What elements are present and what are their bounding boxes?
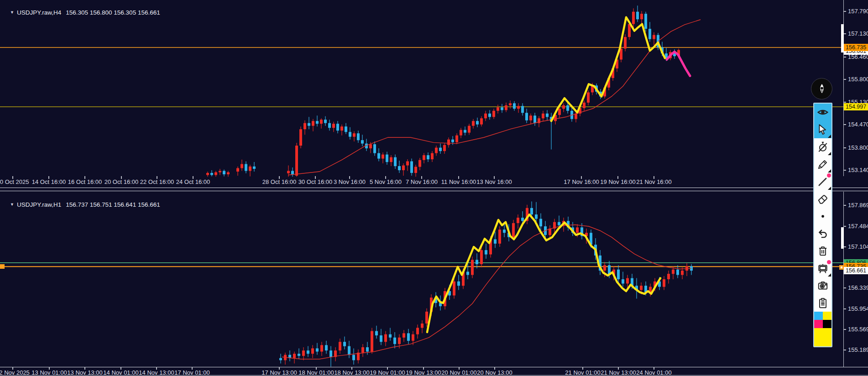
clipboard-icon — [817, 297, 829, 309]
h4-ohlc-values: 156.305 156.800 156.305 156.661 — [66, 9, 160, 16]
dropdown-corner-icon — [828, 187, 831, 190]
dot-size[interactable] — [814, 208, 831, 225]
h1-ohlc-values: 156.737 156.751 156.641 156.661 — [66, 201, 160, 208]
price-tick — [843, 11, 846, 12]
price-tick — [843, 170, 846, 171]
time-tick-label: 21 Nov 16:00 — [636, 178, 671, 185]
price-tick — [843, 287, 846, 288]
price-tick-label: 154.470 — [848, 121, 868, 128]
line-tool[interactable] — [814, 173, 831, 190]
price-tick — [843, 350, 846, 350]
color-swatch-0[interactable] — [814, 312, 823, 320]
price-tick — [843, 205, 846, 206]
pen-nib-icon — [816, 83, 828, 95]
visibility-toggle[interactable] — [814, 104, 831, 121]
time-tick-label: 20 Oct 16:00 — [105, 178, 138, 185]
price-tick — [843, 124, 846, 125]
price-tick-label: 157.869 — [848, 202, 868, 209]
dropdown-corner-icon — [828, 152, 831, 155]
hline-axis-handle[interactable] — [839, 265, 844, 270]
cursor-icon — [817, 124, 829, 136]
time-tick-label: 14 Oct 16:00 — [32, 178, 66, 185]
drawing-toolbar — [813, 103, 832, 347]
window-bottom-border — [0, 375, 868, 376]
time-tick-label: 5 Nov 16:00 — [370, 178, 402, 185]
color-swatch-2[interactable] — [814, 320, 823, 328]
h4-chart-area[interactable] — [0, 0, 843, 177]
price-tick-label: 156.339 — [848, 284, 868, 291]
eye-icon — [817, 106, 829, 118]
board-icon — [817, 262, 829, 274]
price-tick-label: 155.954 — [848, 305, 868, 312]
pencil-icon — [817, 158, 829, 170]
h1-symbol-timeframe: USDJPY.raw,H1 — [17, 201, 61, 208]
mt5-window: ▼USDJPY.raw,H4156.305 156.800 156.305 15… — [0, 0, 868, 376]
undo-arrow-icon — [817, 228, 829, 240]
price-tick-label: 153.800 — [848, 144, 868, 151]
pen-launcher-button[interactable] — [811, 78, 832, 99]
clipboard-button[interactable] — [814, 294, 831, 312]
h4-symbol-timeframe: USDJPY.raw,H4 — [17, 9, 61, 16]
dropdown-corner-icon — [828, 273, 831, 277]
panel-splitter-bottom[interactable] — [0, 191, 868, 191]
price-tick-label: 155.800 — [848, 76, 868, 83]
time-tick-label: 24 Oct 16:00 — [176, 178, 210, 185]
time-tick-label: 28 Oct 16:00 — [262, 178, 296, 185]
hline-left-handle[interactable] — [0, 264, 5, 269]
time-tick-label: 13 Nov 16:00 — [476, 178, 512, 185]
time-tick-label: 16 Oct 16:00 — [68, 178, 102, 185]
time-tick-label: 17 Nov 16:00 — [564, 178, 599, 185]
price-tick — [843, 329, 846, 330]
h1-collapse-icon[interactable]: ▼ — [10, 202, 14, 207]
price-tick-label: 157.104 — [848, 243, 868, 250]
price-tick — [843, 147, 846, 148]
trash-icon — [817, 245, 829, 257]
h4-collapse-icon[interactable]: ▼ — [10, 10, 14, 15]
eraser-tool[interactable] — [814, 190, 831, 208]
screenshot-button[interactable] — [814, 277, 831, 294]
dot-icon — [817, 210, 829, 222]
time-tick-label: 7 Nov 16:00 — [406, 178, 438, 185]
delete-drawings-button[interactable] — [814, 242, 831, 260]
panel-splitter-top[interactable] — [0, 188, 868, 188]
undo-button[interactable] — [814, 225, 831, 242]
price-tick-label: 155.569 — [848, 326, 868, 333]
current-color-swatch[interactable] — [814, 328, 831, 346]
h1-price-axis[interactable] — [843, 192, 868, 367]
price-tick-label: 157.790 — [848, 8, 868, 15]
price-tick-label: 157.484 — [848, 223, 868, 230]
price-tick-label: 153.140 — [848, 167, 868, 173]
time-tick-label: 30 Oct 16:00 — [298, 178, 332, 185]
cursor-tool[interactable] — [814, 121, 831, 138]
color-swatch-1[interactable] — [823, 312, 831, 320]
stopwatch-off-icon — [817, 141, 829, 153]
price-tick-label: 157.130 — [848, 30, 868, 37]
price-tick — [843, 79, 846, 80]
price-marker-156.735: 156.735 — [844, 44, 868, 51]
dropdown-corner-icon — [828, 135, 831, 138]
notification-badge — [827, 260, 831, 264]
time-tick-label: 22 Oct 16:00 — [140, 178, 174, 185]
price-marker-156.661: 156.661 — [844, 267, 868, 274]
time-tick-label: 10 Oct 2025 — [0, 178, 29, 185]
pencil-tool[interactable] — [814, 156, 831, 173]
timer-tool[interactable] — [814, 138, 831, 156]
dropdown-corner-icon — [828, 169, 831, 172]
time-tick-label: 11 Nov 16:00 — [441, 178, 476, 185]
h1-chart-area[interactable] — [0, 192, 843, 367]
h4-title-row: ▼USDJPY.raw,H4156.305 156.800 156.305 15… — [3, 2, 160, 23]
time-tick-label: 19 Nov 16:00 — [600, 178, 635, 185]
color-swatch-3[interactable] — [823, 320, 831, 328]
color-palette — [814, 312, 831, 328]
camera-icon — [817, 280, 829, 292]
price-tick-label: 155.189 — [848, 346, 868, 353]
price-marker-154.997: 154.997 — [844, 103, 868, 110]
price-tick — [843, 57, 846, 57]
price-tick — [843, 102, 846, 103]
board-tool[interactable] — [814, 260, 831, 277]
h1-current-bar-range-marker — [841, 227, 844, 249]
h1-title-row: ▼USDJPY.raw,H1156.737 156.751 156.641 15… — [3, 194, 160, 215]
line-icon — [817, 176, 829, 188]
time-tick-label: 3 Nov 16:00 — [334, 178, 366, 185]
notification-badge — [827, 173, 831, 178]
